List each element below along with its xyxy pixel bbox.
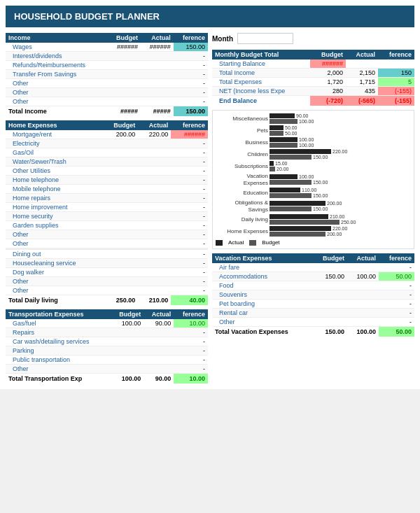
row-label: Rental car	[212, 309, 312, 318]
home-total-budget: 250.00	[102, 295, 138, 306]
row-ference: -	[379, 318, 414, 327]
actual-bar	[270, 226, 331, 231]
row-actual	[138, 157, 171, 167]
transport-total-label: Total Transportation Exp	[6, 374, 111, 384]
row-label: Souvenirs	[212, 290, 312, 300]
row-label: Food	[212, 281, 312, 290]
budget-bar-value: 150.00	[313, 206, 328, 211]
income-col-budget: Budget	[107, 33, 141, 43]
row-actual	[138, 259, 171, 268]
chart-bar-row: Children220.00150.00	[216, 149, 411, 160]
row-ference: -	[379, 281, 414, 290]
row-ference: -	[174, 328, 208, 337]
row-ference: -	[171, 212, 208, 221]
budget-bar	[270, 220, 340, 225]
table-row: Repairs-	[6, 328, 208, 337]
row-actual	[138, 250, 171, 259]
row-label: Other	[6, 239, 102, 248]
row-ference: -	[171, 157, 208, 167]
income-col-actual: Actual	[141, 33, 174, 43]
row-ference: -	[171, 259, 208, 268]
vacation-table: Vacation Expenses Budget Actual ference …	[212, 253, 414, 337]
row-budget	[111, 328, 144, 337]
budget-bar-value: 100.00	[299, 143, 314, 148]
row-budget	[111, 356, 144, 365]
row-ference: -	[379, 300, 414, 309]
actual-bar-wrap: 220.00	[270, 226, 411, 231]
income-total-actual: #####	[141, 106, 174, 117]
month-label: Month	[212, 35, 233, 43]
page-title: HOUSEHOLD BUDGET PLANNER	[14, 11, 160, 22]
row-actual	[347, 263, 379, 272]
actual-bar-wrap: 100.00	[270, 174, 411, 179]
row-label: Home repairs	[6, 194, 102, 203]
row-ference: -	[171, 277, 208, 286]
actual-bar	[270, 113, 295, 118]
actual-bar	[270, 214, 328, 219]
transport-total-actual: 90.00	[144, 374, 174, 384]
row-actual: ######	[141, 43, 174, 52]
budget-bar	[270, 131, 284, 136]
row-budget	[107, 52, 141, 61]
budget-bar	[270, 180, 312, 185]
table-row: Accommodations150.00100.0050.00	[212, 272, 414, 281]
row-label: Other Utilities	[6, 167, 102, 176]
home-col-ference: ference	[171, 120, 208, 130]
row-budget	[102, 139, 138, 148]
table-row: NET (Income less Expe280435(-155)	[212, 87, 414, 96]
actual-bar-value: 15.00	[275, 161, 288, 166]
page-header: HOUSEHOLD BUDGET PLANNER	[6, 6, 414, 27]
row-budget	[102, 203, 138, 212]
row-budget	[102, 194, 138, 203]
row-actual	[141, 97, 174, 106]
row-ference: -	[379, 263, 414, 272]
row-label: Total Expenses	[212, 78, 310, 87]
actual-bar-wrap: 220.00	[270, 149, 411, 154]
transportation-table: Transportation Expenses Budget Actual fe…	[6, 309, 208, 384]
row-budget	[312, 300, 347, 309]
row-ference: -	[171, 203, 208, 212]
row-budget	[111, 365, 144, 374]
page: HOUSEHOLD BUDGET PLANNER Income Budget A…	[0, 0, 420, 389]
table-row: Other-	[6, 97, 208, 106]
monthly-label: Monthly Budget Total	[212, 50, 310, 59]
chart-bar-group: 220.00150.00	[270, 149, 411, 160]
table-row: Housecleaning service-	[6, 259, 208, 268]
row-label: Total Income	[212, 69, 310, 78]
row-actual	[347, 290, 379, 300]
budget-bar-wrap: 150.00	[270, 180, 411, 185]
row-budget	[102, 250, 138, 259]
row-label: Starting Balance	[212, 59, 310, 69]
row-label: Home security	[6, 212, 102, 221]
budget-bar	[270, 119, 298, 124]
transport-col-budget: Budget	[111, 309, 144, 319]
row-budget	[102, 167, 138, 176]
month-input[interactable]	[237, 33, 293, 44]
row-label: Home telephone	[6, 176, 102, 185]
row-label: Other	[6, 365, 111, 374]
row-budget: 1,720	[310, 78, 346, 87]
home-total-ference: 40.00	[171, 295, 208, 306]
row-actual	[144, 337, 174, 346]
chart-bar-row: Subscriptions15.0020.00	[216, 161, 411, 171]
actual-bar	[270, 174, 298, 179]
row-budget	[102, 239, 138, 248]
row-budget: 150.00	[312, 272, 347, 281]
actual-bar-value: 90.00	[296, 113, 309, 118]
row-budget: ######	[310, 59, 346, 69]
table-row: Home repairs-	[6, 194, 208, 203]
home-total-row: Total Daily living 250.00 210.00 40.00	[6, 295, 208, 306]
legend-budget-label: Budget	[262, 239, 279, 246]
budget-bar	[270, 155, 312, 160]
row-ference: 50.00	[379, 272, 414, 281]
home-label: Home Expenses	[6, 120, 102, 130]
row-ference: -	[171, 139, 208, 148]
chart-bar-label: Home Expenses	[216, 228, 268, 235]
actual-bar-wrap: 200.00	[270, 201, 411, 206]
chart-bar-group: 200.00150.00	[270, 201, 411, 211]
row-budget: 200.00	[102, 130, 138, 139]
row-label: Parking	[6, 346, 111, 356]
legend-actual-label: Actual	[228, 239, 244, 246]
row-label: Mortgage/rent	[6, 130, 102, 139]
monthly-col-budget: Budget	[310, 50, 346, 59]
